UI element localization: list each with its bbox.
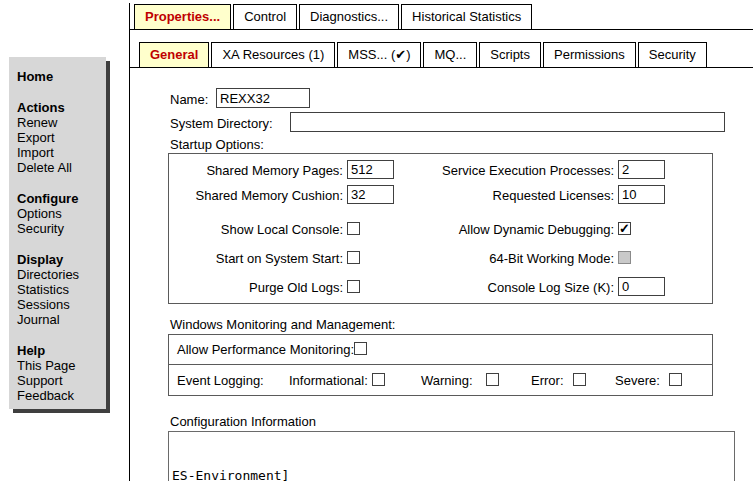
sidebar-group-header-actions: Actions: [17, 100, 106, 115]
tab-historical-statistics[interactable]: Historical Statistics: [401, 4, 532, 30]
tab-scripts[interactable]: Scripts: [479, 42, 541, 68]
sidebar-group-configure: Configure Options Security: [17, 191, 106, 236]
monitoring-divider: [169, 364, 712, 365]
event-level-informational-label: Informational:: [289, 373, 368, 388]
sidebar: Home Actions Renew Export Import Delete …: [9, 57, 106, 409]
sidebar-item-sessions[interactable]: Sessions: [17, 297, 106, 312]
sidebar-group-display: Display Directories Statistics Sessions …: [17, 252, 106, 327]
system-directory-input[interactable]: [290, 112, 725, 132]
sidebar-item-options[interactable]: Options: [17, 206, 106, 221]
content-left-border: [129, 3, 130, 481]
event-level-error-checkbox[interactable]: [573, 373, 586, 386]
sidebar-item-export[interactable]: Export: [17, 130, 106, 145]
console-log-size-label: Console Log Size (K):: [409, 280, 614, 295]
sidebar-group-header-configure: Configure: [17, 191, 106, 206]
sidebar-group-help: Help This Page Support Feedback: [17, 343, 106, 403]
event-level-severe-checkbox[interactable]: [669, 373, 682, 386]
sidebar-item-journal[interactable]: Journal: [17, 312, 106, 327]
shared-memory-cushion-input[interactable]: [347, 185, 394, 204]
config-line-1: ES-Environment]: [172, 467, 731, 481]
tab-general[interactable]: General: [139, 42, 209, 68]
configuration-textarea[interactable]: ES-Environment] MFTRACE_CONFIG=C:\Users\…: [168, 431, 735, 481]
show-local-console-label: Show Local Console:: [171, 222, 343, 237]
allow-performance-monitoring-label: Allow Performance Monitoring:: [177, 342, 354, 357]
sidebar-group-header-display: Display: [17, 252, 106, 267]
tab-control[interactable]: Control: [233, 4, 297, 30]
start-on-system-start-label: Start on System Start:: [171, 251, 343, 266]
console-log-size-input[interactable]: [618, 277, 665, 296]
name-label: Name:: [170, 92, 208, 107]
startup-options-box: Shared Memory Pages: Service Execution P…: [168, 153, 713, 304]
shared-memory-cushion-label: Shared Memory Cushion:: [171, 188, 343, 203]
shared-memory-pages-input[interactable]: [347, 160, 394, 179]
64bit-working-mode-checkbox: [618, 251, 631, 264]
tab-permissions[interactable]: Permissions: [543, 42, 636, 68]
sidebar-group-header-help: Help: [17, 343, 106, 358]
tab-security[interactable]: Security: [638, 42, 707, 68]
system-directory-label: System Directory:: [170, 116, 273, 131]
primary-tab-bar: Properties... Control Diagnostics... His…: [134, 4, 534, 30]
sidebar-group-actions: Actions Renew Export Import Delete All: [17, 100, 106, 175]
service-execution-processes-label: Service Execution Processes:: [409, 163, 614, 178]
name-input[interactable]: [216, 88, 310, 108]
tab-properties[interactable]: Properties...: [134, 4, 231, 30]
event-level-severe-label: Severe:: [615, 373, 660, 388]
start-on-system-start-checkbox[interactable]: [347, 251, 360, 264]
event-level-error-label: Error:: [531, 373, 564, 388]
requested-licenses-label: Requested Licenses:: [409, 188, 614, 203]
sidebar-item-directories[interactable]: Directories: [17, 267, 106, 282]
show-local-console-checkbox[interactable]: [347, 222, 360, 235]
service-execution-processes-input[interactable]: [618, 160, 665, 179]
shared-memory-pages-label: Shared Memory Pages:: [171, 163, 343, 178]
sidebar-item-delete-all[interactable]: Delete All: [17, 160, 106, 175]
requested-licenses-input[interactable]: [618, 185, 665, 204]
tab-mss[interactable]: MSS... (✔): [337, 42, 421, 68]
tab-mq[interactable]: MQ...: [423, 42, 477, 68]
event-logging-label: Event Logging:: [177, 373, 264, 388]
sidebar-item-import[interactable]: Import: [17, 145, 106, 160]
event-level-informational-checkbox[interactable]: [372, 373, 385, 386]
sidebar-item-support[interactable]: Support: [17, 373, 106, 388]
configuration-title: Configuration Information: [170, 414, 316, 429]
allow-dynamic-debugging-checkbox[interactable]: [618, 222, 631, 235]
sidebar-item-feedback[interactable]: Feedback: [17, 388, 106, 403]
event-level-warning-label: Warning:: [421, 373, 473, 388]
screen: Properties... Control Diagnostics... His…: [0, 0, 753, 481]
tab-diagnostics[interactable]: Diagnostics...: [299, 4, 399, 30]
secondary-tab-bar: General XA Resources (1) MSS... (✔) MQ..…: [139, 42, 709, 68]
sidebar-item-renew[interactable]: Renew: [17, 115, 106, 130]
tab-xa-resources[interactable]: XA Resources (1): [211, 42, 335, 68]
monitoring-box: Allow Performance Monitoring: Event Logg…: [168, 334, 713, 396]
monitoring-title: Windows Monitoring and Management:: [170, 317, 395, 332]
purge-old-logs-checkbox[interactable]: [347, 280, 360, 293]
startup-options-title: Startup Options:: [170, 137, 264, 152]
purge-old-logs-label: Purge Old Logs:: [171, 280, 343, 295]
allow-dynamic-debugging-label: Allow Dynamic Debugging:: [409, 222, 614, 237]
sidebar-item-this-page[interactable]: This Page: [17, 358, 106, 373]
sidebar-item-statistics[interactable]: Statistics: [17, 282, 106, 297]
event-level-warning-checkbox[interactable]: [486, 373, 499, 386]
sidebar-item-home[interactable]: Home: [17, 69, 106, 84]
64bit-working-mode-label: 64-Bit Working Mode:: [409, 251, 614, 266]
sidebar-item-security[interactable]: Security: [17, 221, 106, 236]
allow-performance-monitoring-checkbox[interactable]: [354, 342, 367, 355]
